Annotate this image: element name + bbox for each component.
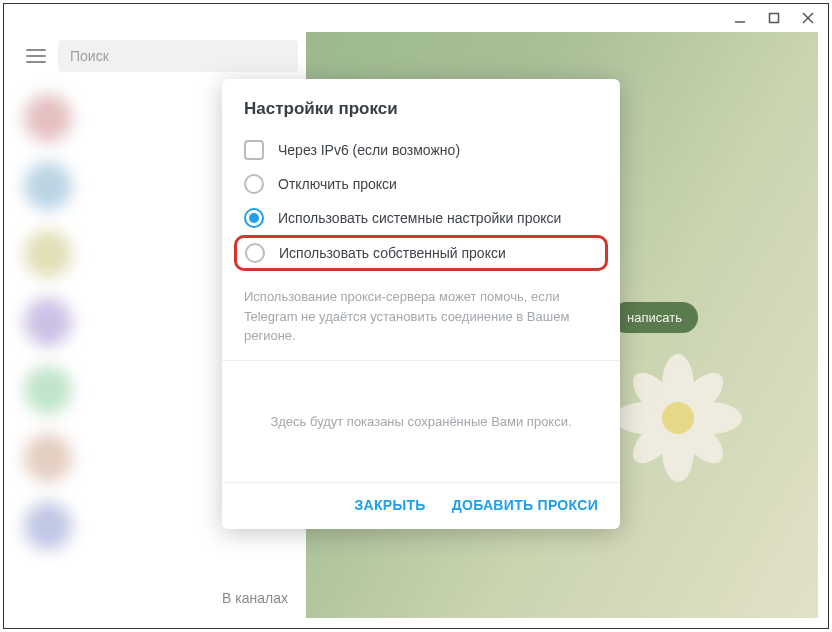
svg-point-12 xyxy=(662,402,694,434)
radio-icon xyxy=(244,208,264,228)
proxy-hint: Использование прокси-сервера может помоч… xyxy=(222,281,620,360)
checkbox-icon xyxy=(244,140,264,160)
close-modal-button[interactable]: ЗАКРЫТЬ xyxy=(354,497,425,513)
minimize-button[interactable] xyxy=(728,6,752,30)
option-ipv6[interactable]: Через IPv6 (если возможно) xyxy=(234,133,608,167)
option-system-proxy[interactable]: Использовать системные настройки прокси xyxy=(234,201,608,235)
close-button[interactable] xyxy=(796,6,820,30)
maximize-button[interactable] xyxy=(762,6,786,30)
channels-label: В каналах xyxy=(222,590,288,606)
radio-icon xyxy=(244,174,264,194)
option-custom-proxy[interactable]: Использовать собственный прокси xyxy=(234,235,608,271)
svg-rect-1 xyxy=(770,14,779,23)
option-disable-proxy[interactable]: Отключить прокси xyxy=(234,167,608,201)
proxy-settings-modal: Настройки прокси Через IPv6 (если возмож… xyxy=(222,79,620,529)
menu-icon[interactable] xyxy=(22,42,50,70)
background-flower xyxy=(598,338,758,498)
option-label: Через IPv6 (если возможно) xyxy=(278,142,460,158)
saved-proxies-hint: Здесь будут показаны сохранённые Вами пр… xyxy=(222,361,620,483)
option-label: Использовать собственный прокси xyxy=(279,245,506,261)
modal-title: Настройки прокси xyxy=(222,79,620,133)
search-input[interactable]: Поиск xyxy=(58,40,298,72)
option-label: Отключить прокси xyxy=(278,176,397,192)
radio-icon xyxy=(245,243,265,263)
add-proxy-button[interactable]: ДОБАВИТЬ ПРОКСИ xyxy=(452,497,598,513)
option-label: Использовать системные настройки прокси xyxy=(278,210,561,226)
write-pill[interactable]: написать xyxy=(611,302,698,333)
